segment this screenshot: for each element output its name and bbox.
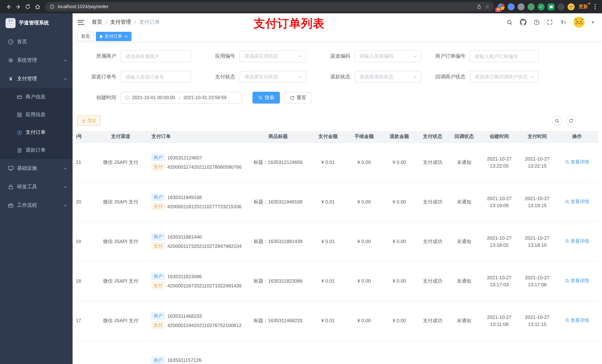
- filter-owner: 所属商户: [77, 50, 191, 62]
- lock-icon: [8, 184, 14, 190]
- bookmark-star-icon[interactable]: ☆: [485, 4, 489, 10]
- sidebar-toggle-icon[interactable]: [78, 20, 85, 25]
- extension-icon[interactable]: ✓: [538, 3, 545, 10]
- extension-icon[interactable]: [548, 3, 555, 10]
- toggle-search-icon[interactable]: [552, 115, 562, 126]
- cell-channel: [93, 340, 149, 364]
- breadcrumb-item[interactable]: 支付管理: [110, 19, 131, 26]
- browser-back-button[interactable]: [4, 2, 13, 11]
- share-icon[interactable]: [477, 4, 482, 9]
- pay-badge: 支付: [151, 163, 165, 171]
- sidebar-item-devtools[interactable]: 研发工具: [0, 177, 73, 196]
- filter-channel-order: 渠道订单号: [77, 71, 191, 83]
- sidebar-item-pay-order[interactable]: 支付订单: [0, 124, 73, 141]
- view-detail-link[interactable]: 查看详情: [565, 317, 589, 324]
- target-icon: [16, 130, 22, 135]
- search-button-label: 搜索: [265, 94, 274, 101]
- extension-icon[interactable]: 10: [498, 3, 505, 10]
- sidebar-item-label: 支付订单: [26, 129, 45, 136]
- view-detail-link[interactable]: 查看详情: [565, 278, 589, 284]
- cell-channel: 微信 JSAPI 支付: [93, 182, 149, 222]
- table-row: 118 微信 JSAPI 支付 商户1635311823086 支付420000…: [76, 261, 598, 301]
- url-bar[interactable]: localhost:1024/pay/order ☆: [45, 2, 494, 11]
- chevron-down-icon: [298, 54, 302, 58]
- refresh-icon[interactable]: [566, 115, 576, 126]
- sidebar-item-app-info[interactable]: 应用信息: [0, 106, 73, 124]
- browser-update-button[interactable]: 更新: [578, 3, 590, 10]
- export-button[interactable]: 导出: [77, 115, 101, 126]
- refund-status-select[interactable]: 请选择退款状态: [355, 71, 421, 83]
- pay-submenu: 商户信息 应用信息 支付订单 退款订单: [0, 88, 73, 159]
- merchant-order-input[interactable]: [470, 50, 539, 62]
- sidebar: 芋道管理系统 首页 系统管理 ¥ 支付管理 商户信息: [0, 13, 73, 364]
- view-detail-link[interactable]: 查看详情: [565, 238, 589, 245]
- merchant-badge: 商户: [151, 356, 165, 364]
- sidebar-item-label: 基础设施: [17, 165, 60, 172]
- browser-home-button[interactable]: [32, 2, 42, 11]
- font-size-icon[interactable]: TT: [560, 19, 567, 26]
- sidebar-item-label: 退款订单: [26, 147, 45, 154]
- channel-code-select[interactable]: 请输入渠道编码: [355, 50, 421, 62]
- help-icon[interactable]: ?: [534, 19, 540, 25]
- reset-button[interactable]: 重置: [284, 92, 312, 104]
- cell-id: 120: [76, 182, 93, 222]
- tab-pay-order[interactable]: 支付订单 ×: [96, 32, 131, 41]
- view-detail-link[interactable]: 查看详情: [565, 199, 589, 205]
- sidebar-item-merchant-info[interactable]: 商户信息: [0, 88, 73, 106]
- view-detail-label: 查看详情: [570, 238, 589, 245]
- col-notify-status: 回调状态: [448, 131, 480, 142]
- gear-icon: [8, 57, 14, 63]
- app-select[interactable]: 请选择应用信息: [239, 50, 306, 62]
- browser-reload-button[interactable]: [23, 2, 32, 11]
- card-icon: [16, 94, 22, 100]
- cell-fee-amount: ¥ 0.00: [346, 301, 382, 340]
- view-detail-link[interactable]: 查看详情: [565, 159, 589, 165]
- sidebar-item-system[interactable]: 系统管理: [0, 51, 73, 70]
- sidebar-item-home[interactable]: 首页: [0, 32, 73, 51]
- search-button[interactable]: 搜索: [252, 92, 280, 104]
- cell-order: 商户1635311823086 支付4200001167202110271022…: [149, 261, 247, 301]
- extension-icon[interactable]: [517, 3, 525, 10]
- cell-notify-status: 未通知: [448, 261, 480, 301]
- github-icon[interactable]: [520, 19, 527, 26]
- breadcrumb-item: 支付订单: [139, 19, 160, 26]
- tab-home[interactable]: 首页: [77, 32, 94, 41]
- sidebar-item-refund-order[interactable]: 退款订单: [0, 141, 73, 159]
- col-actions: 操作: [556, 131, 598, 142]
- site-info-icon[interactable]: [50, 4, 55, 9]
- extension-icon[interactable]: [558, 3, 565, 10]
- cell-refund-amount: ¥ 0.00: [382, 182, 417, 222]
- filter-label: 所属商户: [77, 53, 121, 60]
- channel-order-input[interactable]: [121, 71, 191, 83]
- sidebar-item-workflow[interactable]: 工作流程: [0, 196, 73, 215]
- breadcrumb-item[interactable]: 首页: [92, 19, 102, 26]
- notify-status-select[interactable]: 请选择订单回调商户状态: [470, 71, 539, 83]
- date-end-value: 2021-10-31 23:59:59: [183, 95, 226, 100]
- sidebar-item-pay[interactable]: ¥ 支付管理: [0, 70, 73, 88]
- logo-row: 芋道管理系统: [0, 13, 73, 32]
- document-icon: [16, 147, 22, 153]
- extension-icon[interactable]: [508, 3, 515, 10]
- cell-created: 2021-10-2713:22:05: [480, 142, 519, 182]
- sidebar-item-infra[interactable]: 基础设施: [0, 159, 73, 177]
- profile-avatar-icon[interactable]: [568, 3, 575, 10]
- avatar-caret-icon[interactable]: ▾: [592, 20, 594, 25]
- cell-actions: 查看详情: [556, 182, 598, 222]
- col-id: 编号: [76, 131, 93, 142]
- active-dot-icon: [100, 35, 103, 38]
- merchant-order-no: 1635312124657: [167, 155, 202, 160]
- browser-menu-icon[interactable]: [593, 4, 598, 9]
- sidebar-item-label: 工作流程: [17, 202, 60, 209]
- user-avatar[interactable]: [574, 17, 585, 28]
- date-range-picker[interactable]: 2021-10-01 00:00:00 - 2021-10-31 23:59:5…: [121, 92, 242, 104]
- browser-forward-button[interactable]: [13, 2, 23, 11]
- owner-input[interactable]: [121, 50, 191, 62]
- search-icon[interactable]: [507, 19, 513, 25]
- sidebar-item-label: 支付管理: [17, 75, 60, 82]
- pay-status-select[interactable]: 请选择支付状态: [239, 71, 306, 83]
- extension-icon[interactable]: [527, 3, 535, 10]
- filter-pay-status: 支付状态 请选择支付状态: [196, 71, 306, 83]
- close-icon[interactable]: ×: [125, 34, 128, 39]
- channel-order-no: 4200001174202110278060590766: [167, 164, 242, 170]
- fullscreen-icon[interactable]: [547, 19, 553, 25]
